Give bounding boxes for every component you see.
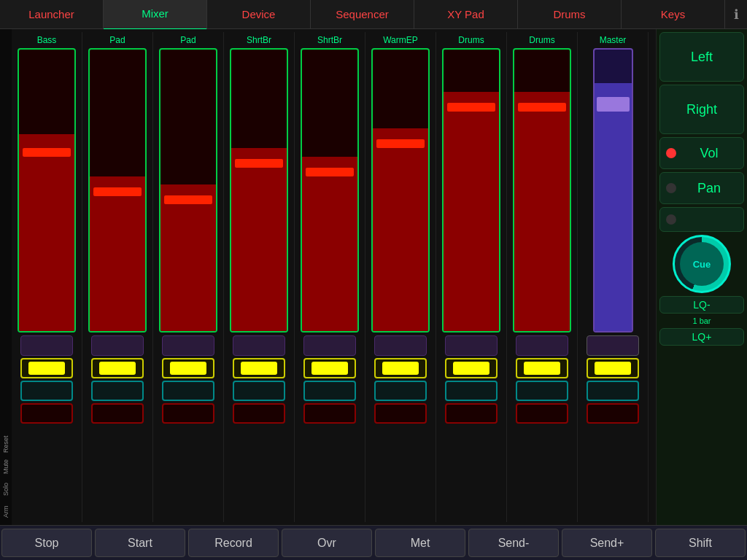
channel-warmep-mute[interactable]: [374, 358, 427, 378]
channel-drums1-controls: [436, 335, 506, 424]
channel-shrtbr2-fader[interactable]: [301, 48, 359, 332]
right-button[interactable]: Right: [659, 85, 744, 134]
channel-drums1-reset[interactable]: [445, 335, 498, 356]
channel-shrtbr2-solo[interactable]: [303, 381, 356, 401]
tab-launcher[interactable]: Launcher: [0, 0, 104, 29]
channel-master-controls: [578, 335, 648, 424]
channel-master-reset[interactable]: [587, 335, 639, 356]
lq-plus-button[interactable]: LQ+: [659, 328, 744, 346]
channel-bass-solo[interactable]: [20, 381, 73, 401]
channel-drums2-reset[interactable]: [516, 335, 568, 356]
channel-shrtbr1-solo[interactable]: [233, 381, 285, 401]
channel-pad2-reset[interactable]: [162, 335, 214, 356]
channel-shrtbr2-mute[interactable]: [303, 358, 356, 378]
channel-pad1-mute[interactable]: [91, 358, 144, 378]
channel-bass-arm[interactable]: [20, 403, 73, 424]
tab-xypad[interactable]: XY Pad: [414, 0, 518, 29]
channel-drums2-fader[interactable]: [513, 48, 571, 332]
tab-device[interactable]: Device: [207, 0, 311, 29]
cue-knob[interactable]: Cue: [673, 235, 731, 293]
channel-pad2-label: Pad: [180, 32, 196, 48]
mixer-channels: Bass Pad: [12, 29, 656, 525]
channel-shrtbr2-label: ShrtBr: [317, 32, 342, 48]
tab-keys[interactable]: Keys: [622, 0, 725, 29]
tab-sequencer[interactable]: Sequencer: [311, 0, 414, 29]
info-icon[interactable]: ℹ: [725, 7, 747, 23]
start-button[interactable]: Start: [95, 529, 185, 557]
channel-pad1-arm[interactable]: [91, 403, 144, 424]
channel-warmep-solo[interactable]: [374, 381, 427, 401]
channel-drums1-solo[interactable]: [445, 381, 498, 401]
side-labels: Reset Mute Solo Arm: [0, 29, 12, 525]
channel-pad2-mute[interactable]: [162, 358, 214, 378]
channel-pad2-solo[interactable]: [162, 381, 214, 401]
channel-pad1-solo[interactable]: [91, 381, 144, 401]
channel-shrtbr1-arm[interactable]: [233, 403, 285, 424]
channel-shrtbr1-reset[interactable]: [233, 335, 285, 356]
channel-shrtbr2-arm[interactable]: [303, 403, 356, 424]
lq-minus-button[interactable]: LQ-: [659, 296, 744, 314]
tab-mixer[interactable]: Mixer: [104, 0, 207, 30]
channel-drums2-mute[interactable]: [516, 358, 568, 378]
channel-pad1-fader[interactable]: [88, 48, 147, 332]
channel-drums2-controls: [507, 335, 577, 424]
channel-drums2: Drums: [507, 32, 578, 522]
shift-button[interactable]: Shift: [655, 529, 746, 557]
channel-drums2-arm[interactable]: [516, 403, 568, 424]
pan-dot: [666, 183, 676, 193]
pan-label: Pan: [681, 181, 738, 196]
channel-shrtbr1-fader[interactable]: [230, 48, 288, 332]
tab-drums[interactable]: Drums: [518, 0, 622, 29]
channel-warmep: WarmEP: [365, 32, 436, 522]
channel-shrtbr1-controls: [224, 335, 294, 424]
send-plus-button[interactable]: Send+: [562, 529, 652, 557]
channel-bass-reset[interactable]: [20, 335, 73, 356]
channel-drums1-arm[interactable]: [445, 403, 498, 424]
channel-master-arm[interactable]: [587, 403, 639, 424]
channel-master-mute[interactable]: [587, 358, 639, 378]
channel-drums1: Drums: [436, 32, 507, 522]
channel-warmep-controls: [365, 335, 436, 424]
channel-bass-mute[interactable]: [20, 358, 73, 378]
stop-button[interactable]: Stop: [1, 529, 92, 557]
channel-shrtbr1-mute[interactable]: [233, 358, 285, 378]
channel-pad1-label: Pad: [109, 32, 125, 48]
channel-warmep-fader[interactable]: [371, 48, 430, 332]
channel-bass-controls: [12, 335, 82, 424]
channel-master: Master: [578, 32, 649, 522]
right-panel: Left Right Vol Pan Cue LQ- 1 bar LQ+: [656, 29, 747, 525]
cue-area: Cue: [659, 235, 744, 293]
channel-warmep-arm[interactable]: [374, 403, 427, 424]
vol-row: Vol: [659, 137, 744, 169]
arm-label: Arm: [0, 502, 12, 522]
channel-warmep-reset[interactable]: [374, 335, 427, 356]
channel-warmep-label: WarmEP: [383, 32, 418, 48]
extra-dot: [666, 214, 676, 225]
channel-drums2-label: Drums: [529, 32, 554, 48]
channel-drums2-solo[interactable]: [516, 381, 568, 401]
cue-knob-label: Cue: [680, 242, 724, 286]
mute-label: Mute: [0, 456, 12, 477]
extra-row: [659, 207, 744, 232]
send-minus-button[interactable]: Send-: [468, 529, 559, 557]
channel-master-solo[interactable]: [587, 381, 639, 401]
channel-bass-fader[interactable]: [18, 48, 76, 332]
record-button[interactable]: Record: [188, 529, 279, 557]
channel-pad2-arm[interactable]: [162, 403, 214, 424]
channel-pad1-reset[interactable]: [91, 335, 144, 356]
channel-drums1-fader[interactable]: [442, 48, 500, 332]
channel-shrtbr1: ShrtBr: [224, 32, 295, 522]
met-button[interactable]: Met: [375, 529, 465, 557]
channel-shrtbr2-reset[interactable]: [303, 335, 356, 356]
channel-pad2-fader[interactable]: [159, 48, 217, 332]
channel-drums1-mute[interactable]: [445, 358, 498, 378]
channel-master-fader[interactable]: [593, 48, 633, 332]
ovr-button[interactable]: Ovr: [282, 529, 372, 557]
channel-pad2-controls: [153, 335, 223, 424]
left-button[interactable]: Left: [659, 32, 744, 82]
vol-label: Vol: [681, 146, 738, 161]
top-navigation: Launcher Mixer Device Sequencer XY Pad D…: [0, 0, 747, 29]
channel-shrtbr2-controls: [295, 335, 365, 424]
pan-row: Pan: [659, 172, 744, 204]
channel-wrapper: Reset Mute Solo Arm Bass: [0, 29, 656, 525]
